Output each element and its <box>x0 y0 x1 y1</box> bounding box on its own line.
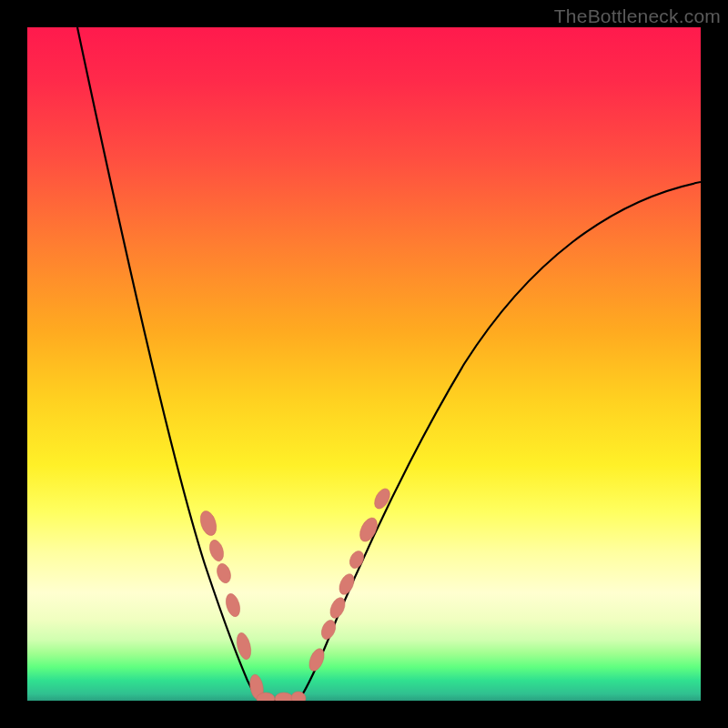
markers-group <box>197 486 393 701</box>
marker-right-4 <box>347 549 366 571</box>
plot-area <box>27 27 701 701</box>
marker-left-2 <box>215 561 233 584</box>
marker-left-1 <box>207 538 227 562</box>
chart-frame: TheBottleneck.com <box>0 0 728 728</box>
curve-right <box>298 182 701 701</box>
marker-left-3 <box>224 592 243 619</box>
marker-right-6 <box>371 486 393 511</box>
marker-left-0 <box>197 509 219 538</box>
curve-svg <box>27 27 701 701</box>
watermark-text: TheBottleneck.com <box>554 5 721 27</box>
marker-right-3 <box>337 571 358 597</box>
marker-bottom-1 <box>275 693 293 701</box>
